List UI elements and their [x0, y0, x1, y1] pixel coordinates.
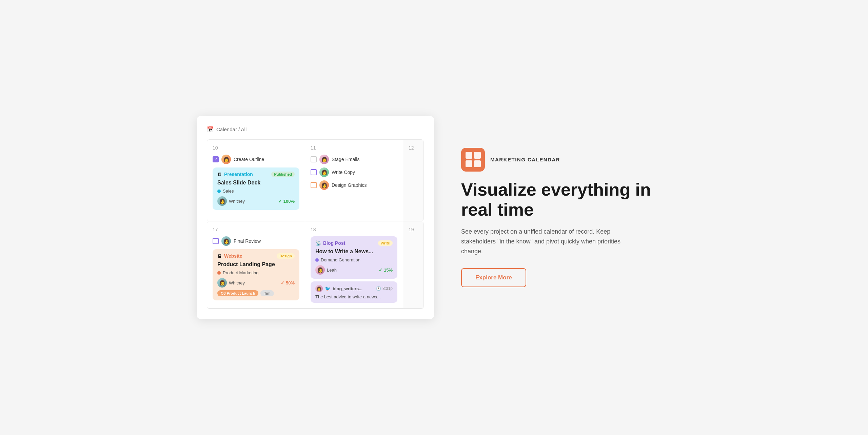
task-checkbox-design-graphics[interactable] [311, 182, 317, 188]
website-icon: 🖥 [217, 253, 222, 259]
calendar-grid-row2: 17 👩 Final Review 🖥 Website Design [207, 221, 424, 309]
tag-dot-purple [315, 258, 319, 262]
grid-cell-4 [474, 160, 481, 167]
avatar-task2: 👩 [319, 155, 329, 164]
card-presentation-header: 🖥 Presentation Published [217, 172, 295, 177]
tweet-time-value: 8:31p [382, 286, 393, 291]
avatar-whitney2: 👩 [217, 278, 227, 288]
tag-label-demand-gen: Demand Generation [321, 257, 360, 262]
task-write-copy[interactable]: 👩 Write Copy [311, 167, 397, 177]
avatar-task1: 👩 [221, 155, 231, 164]
tweet-text: The best advice to write a news... [315, 294, 393, 299]
headline: Visualize everything in real time [461, 180, 671, 220]
card-presentation[interactable]: 🖥 Presentation Published Sales Slide Dec… [213, 167, 299, 210]
tweet-header: 👩 🐦 blog_writers... 🕐 8:31p [315, 285, 393, 292]
page-container: 📅 Calendar / All 10 👩 Create Outline 🖥 [197, 116, 671, 319]
tag-dot-blue [217, 190, 221, 193]
card-name-sales-slide-deck: Sales Slide Deck [217, 180, 295, 186]
pill-q3-product-launch: Q3 Product Launch [217, 290, 258, 296]
explore-more-button[interactable]: Explore More [461, 268, 526, 287]
cell-19: 19 [403, 221, 423, 309]
presentation-icon: 🖥 [217, 172, 222, 177]
card-blog-post[interactable]: 📡 Blog Post Write How to Write a News...… [311, 236, 397, 279]
pill-tim: Tim [260, 290, 274, 296]
tag-label-product-marketing: Product Marketing [223, 270, 259, 275]
grid-cell-2 [474, 152, 481, 159]
headline-line2: real time [461, 200, 534, 219]
grid-cell-1 [466, 152, 472, 159]
date-11: 11 [311, 145, 397, 151]
footer-avatar-row: 👩 Whitney [217, 196, 245, 206]
date-17: 17 [213, 227, 299, 232]
card-badge-published: Published [271, 172, 295, 177]
task-final-review[interactable]: 👩 Final Review [213, 236, 299, 246]
marketing-section: MARKETING CALENDAR Visualize everything … [461, 141, 671, 294]
tag-label-sales: Sales [223, 189, 234, 194]
avatar-task4: 👩 [319, 180, 329, 190]
card-website-header: 🖥 Website Design [217, 253, 295, 259]
calendar-panel: 📅 Calendar / All 10 👩 Create Outline 🖥 [197, 116, 434, 319]
tweet-time: 🕐 8:31p [376, 286, 393, 291]
brand-badge: MARKETING CALENDAR [461, 148, 671, 172]
card-title-blog: Blog Post [323, 240, 345, 246]
brand-name: MARKETING CALENDAR [490, 157, 560, 162]
card-footer-website: 👩 Whitney ✓ 50% [217, 278, 295, 288]
card-badge-write: Write [378, 240, 393, 246]
task-label-create-outline: Create Outline [234, 157, 264, 162]
twitter-icon: 🐦 [325, 286, 331, 291]
grid-cell-3 [466, 160, 472, 167]
cell-18: 18 📡 Blog Post Write How to Write a News… [305, 221, 403, 309]
owner-name-whitney: Whitney [229, 199, 245, 204]
subtext: See every project on a unified calendar … [461, 227, 631, 256]
task-checkbox-final-review[interactable] [213, 238, 219, 244]
task-label-final-review: Final Review [234, 238, 261, 244]
blog-icon: 📡 [315, 240, 321, 246]
card-title-row: 🖥 Presentation [217, 172, 253, 177]
avatar-task5: 👩 [221, 236, 231, 246]
owner-name-leah: Leah [327, 268, 337, 273]
task-checkbox-write-copy[interactable] [311, 169, 317, 175]
date-18: 18 [311, 227, 397, 232]
card-name-product-landing: Product Landing Page [217, 261, 295, 268]
task-create-outline[interactable]: 👩 Create Outline [213, 155, 299, 164]
progress-50: ✓ 50% [281, 280, 295, 285]
calendar-header: 📅 Calendar / All [207, 126, 424, 133]
owner-name-whitney2: Whitney [229, 280, 245, 285]
date-19: 19 [409, 227, 418, 232]
clock-icon: 🕐 [376, 286, 381, 291]
date-12: 12 [409, 145, 418, 151]
card-tag-demand-gen: Demand Generation [315, 257, 393, 262]
card-name-how-to-write: How to Write a News... [315, 249, 393, 255]
card-title-presentation: Presentation [224, 172, 253, 177]
card-badge-design: Design [277, 253, 295, 259]
cell-10: 10 👩 Create Outline 🖥 Presentation Publi… [207, 140, 305, 221]
task-label-design-graphics: Design Graphics [332, 182, 367, 188]
card-tweet[interactable]: 👩 🐦 blog_writers... 🕐 8:31p The best adv… [311, 281, 397, 303]
cell-11: 11 👩 Stage Emails 👩 Write Copy 👩 [305, 140, 403, 221]
task-label-write-copy: Write Copy [332, 170, 355, 175]
avatar-task3: 👩 [319, 167, 329, 177]
card-footer-blog: 👩 Leah ✓ 15% [315, 265, 393, 275]
cell-12: 12 [403, 140, 423, 221]
footer-avatar-row-blog: 👩 Leah [315, 265, 337, 275]
task-stage-emails[interactable]: 👩 Stage Emails [311, 155, 397, 164]
card-website[interactable]: 🖥 Website Design Product Landing Page Pr… [213, 249, 299, 300]
avatar-leah: 👩 [315, 265, 325, 275]
task-design-graphics[interactable]: 👩 Design Graphics [311, 180, 397, 190]
breadcrumb: Calendar / All [216, 126, 246, 132]
task-checkbox-create-outline[interactable] [213, 156, 219, 162]
task-label-stage-emails: Stage Emails [332, 157, 359, 162]
progress-15: ✓ 15% [379, 268, 393, 273]
card-tags-row: Q3 Product Launch Tim [217, 290, 295, 296]
footer-avatar-row-website: 👩 Whitney [217, 278, 245, 288]
blog-title-row: 📡 Blog Post [315, 240, 345, 246]
calendar-icon: 📅 [207, 126, 214, 133]
cell-17: 17 👩 Final Review 🖥 Website Design [207, 221, 305, 309]
avatar-whitney: 👩 [217, 196, 227, 206]
calendar-grid-row1: 10 👩 Create Outline 🖥 Presentation Publi… [207, 139, 424, 221]
progress-100: ✓ 100% [278, 199, 295, 204]
task-checkbox-stage-emails[interactable] [311, 156, 317, 162]
card-footer-presentation: 👩 Whitney ✓ 100% [217, 196, 295, 206]
avatar-tweet: 👩 [315, 285, 323, 292]
card-website-title-row: 🖥 Website [217, 253, 242, 259]
